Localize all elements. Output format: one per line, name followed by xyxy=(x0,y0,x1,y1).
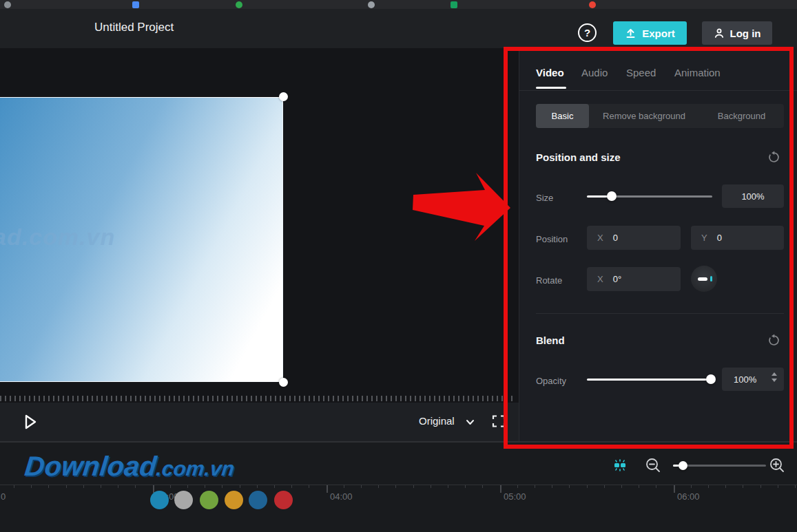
size-slider-thumb[interactable] xyxy=(607,191,617,201)
position-size-heading: Position and size xyxy=(536,151,621,163)
opacity-value-box[interactable]: 100% xyxy=(722,368,784,391)
timeline-marker-dot xyxy=(225,491,243,509)
stepper-up-icon[interactable] xyxy=(772,372,777,376)
playback-bar: Original xyxy=(0,403,519,441)
export-button[interactable]: Export xyxy=(613,21,687,45)
resolution-label: Original xyxy=(419,415,455,427)
rotate-label: Rotate xyxy=(536,275,562,286)
browser-favicon[interactable] xyxy=(589,1,596,8)
size-slider-track[interactable] xyxy=(612,195,712,198)
rotate-value: 0° xyxy=(613,274,621,284)
position-x-input[interactable]: X 0 xyxy=(587,226,681,250)
resolution-dropdown[interactable]: Original xyxy=(419,415,455,427)
section-divider xyxy=(536,313,784,314)
timeline-marker-dot xyxy=(249,491,267,509)
opacity-slider-thumb[interactable] xyxy=(706,374,716,384)
fullscreen-icon[interactable] xyxy=(492,414,506,428)
opacity-label: Opacity xyxy=(536,376,566,386)
subtab-group: Basic Remove background Background xyxy=(536,104,784,128)
help-icon[interactable]: ? xyxy=(578,23,597,42)
filmstrip-edge xyxy=(0,396,515,401)
video-preview[interactable]: ad.com.vn xyxy=(0,97,283,382)
rotate-dial-dash xyxy=(698,277,707,281)
position-y-value: 0 xyxy=(717,233,722,243)
app-window: Untitled Project ? Export Log in xyxy=(0,0,797,532)
subtab-basic[interactable]: Basic xyxy=(536,104,589,128)
browser-favicon[interactable] xyxy=(236,1,242,8)
panel-divider xyxy=(519,90,797,91)
browser-favicon[interactable] xyxy=(368,1,375,8)
rotate-x-prefix: X xyxy=(597,274,603,284)
login-button[interactable]: Log in xyxy=(702,21,772,45)
preview-watermark: ad.com.vn xyxy=(0,224,115,251)
resize-handle-bottom-right[interactable] xyxy=(279,378,288,387)
position-y-prefix: Y xyxy=(701,233,707,243)
browser-favicon[interactable] xyxy=(132,1,139,8)
timeline-marker-dot xyxy=(200,491,218,509)
tab-audio[interactable]: Audio xyxy=(581,67,608,78)
export-button-label: Export xyxy=(642,28,675,39)
tab-speed[interactable]: Speed xyxy=(626,67,656,78)
rotate-dial-tick xyxy=(710,276,712,281)
timeline-marker-dot xyxy=(150,491,169,509)
position-label: Position xyxy=(536,234,568,244)
rotate-dial[interactable] xyxy=(691,266,717,292)
position-x-prefix: X xyxy=(597,233,603,243)
stepper-down-icon[interactable] xyxy=(772,379,777,382)
reset-blend-icon[interactable] xyxy=(767,334,780,347)
bookmarks-bar xyxy=(0,0,797,9)
active-tab-underline xyxy=(536,87,566,89)
opacity-slider-track[interactable] xyxy=(587,379,712,381)
size-value-box[interactable]: 100% xyxy=(722,184,784,208)
opacity-stepper[interactable] xyxy=(772,372,777,382)
resize-handle-top-right[interactable] xyxy=(279,92,288,101)
login-button-label: Log in xyxy=(730,28,761,39)
timeline-marker-dot xyxy=(274,491,293,509)
subtab-background[interactable]: Background xyxy=(699,104,784,128)
reset-position-size-icon[interactable] xyxy=(767,151,780,164)
user-icon xyxy=(714,28,725,39)
size-label: Size xyxy=(536,193,553,203)
timeline-dots xyxy=(0,443,797,518)
browser-favicon[interactable] xyxy=(451,1,457,8)
app-header: Untitled Project ? Export Log in xyxy=(0,9,797,48)
rotate-input[interactable]: X 0° xyxy=(587,267,681,291)
timeline-marker-dot xyxy=(174,491,193,509)
timeline: Download.com.vn xyxy=(0,441,797,532)
size-value: 100% xyxy=(741,191,764,202)
upload-icon xyxy=(625,28,636,39)
play-button[interactable] xyxy=(24,414,38,430)
position-x-value: 0 xyxy=(613,233,618,243)
position-y-input[interactable]: Y 0 xyxy=(691,226,784,250)
blend-heading: Blend xyxy=(536,334,565,346)
properties-panel: Video Audio Speed Animation Basic Remove… xyxy=(519,48,797,441)
project-title[interactable]: Untitled Project xyxy=(94,21,174,34)
opacity-value: 100% xyxy=(734,374,756,385)
subtab-remove-background[interactable]: Remove background xyxy=(589,104,699,128)
chevron-down-icon xyxy=(466,419,475,425)
browser-favicon[interactable] xyxy=(4,1,11,8)
tab-video[interactable]: Video xyxy=(536,67,564,78)
tab-animation[interactable]: Animation xyxy=(674,67,721,78)
